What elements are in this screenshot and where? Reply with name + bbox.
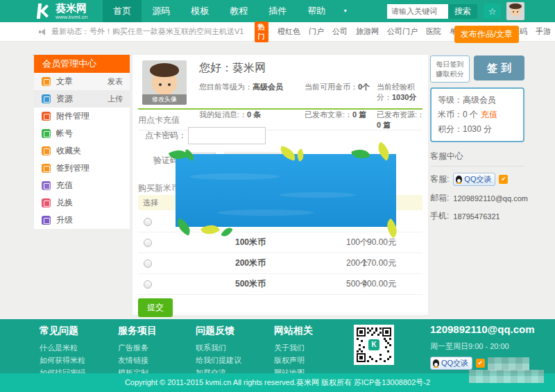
header-search: 搜索 [387, 2, 524, 20]
qq-penguin-icon [433, 359, 439, 367]
sidebar-item-signin[interactable]: 签到管理 [34, 160, 130, 177]
main-nav: 首页 源码 模板 教程 插件 帮助 [103, 0, 355, 22]
sidebar-item-resources[interactable]: 资源 上传 [34, 90, 130, 108]
footer-email: 1209892110@qq.com [430, 323, 535, 335]
sidebar-item-attachments[interactable]: 附件管理 [34, 108, 130, 125]
qr-center-logo [368, 339, 379, 350]
tag-link[interactable]: 公司门户 [387, 26, 418, 37]
sidebar-item-recharge[interactable]: 充值 [34, 177, 130, 194]
buy-row[interactable]: 100米币 100个 90.00元 [138, 232, 422, 253]
signin-button[interactable]: 签到 [474, 56, 524, 80]
stat-level: 您目前等级为：高级会员 [199, 82, 305, 103]
service-phone-row: 手机: 18795476321 [430, 210, 524, 222]
footer-link[interactable]: 联系我们 [196, 341, 241, 354]
article-icon [42, 77, 51, 86]
tag-link[interactable]: 门户 [309, 26, 324, 37]
footer-hours: 周一至周日9:00 - 20:00 [430, 341, 535, 352]
sidebar-item-account[interactable]: 帐号 [34, 125, 130, 142]
exchange-icon [42, 198, 51, 207]
footer-link[interactable]: 友情链接 [118, 354, 157, 366]
stat-coins: 当前可用金币：0个 [305, 82, 377, 103]
footer-col-services: 服务项目 广告服务 友情链接 模板定制 [118, 325, 157, 379]
edit-avatar-overlay[interactable]: 修改头像 [142, 94, 187, 105]
tag-link[interactable]: 手游 [536, 26, 551, 37]
footer-qq-chat-button[interactable]: QQ交谈 [430, 357, 472, 370]
nav-item-templates[interactable]: 模板 [180, 0, 219, 22]
favorites-icon [42, 146, 51, 155]
recharge-link[interactable]: 充值 [481, 110, 497, 119]
sidebar-item-exchange[interactable]: 兑换 [34, 194, 130, 212]
nav-item-source[interactable]: 源码 [142, 0, 180, 22]
nav-item-help[interactable]: 帮助 [297, 0, 336, 22]
footer-link[interactable]: 广告服务 [118, 341, 157, 354]
search-input[interactable] [387, 4, 448, 19]
footer-link[interactable]: 关于我们 [274, 341, 313, 354]
tag-link[interactable]: 公司 [332, 26, 348, 37]
nav-item-plugins[interactable]: 插件 [258, 0, 297, 22]
logo-k-icon [37, 3, 51, 19]
speaker-icon [39, 28, 46, 35]
footer-link[interactable]: 版权声明 [274, 354, 313, 366]
nav-item-tutorials[interactable]: 教程 [219, 0, 258, 22]
nav-more-caret-icon[interactable] [336, 0, 355, 22]
daily-signin-label: 每日签到 赚取积分 [430, 56, 470, 83]
coin-row: 米币：0 个充值 [438, 108, 517, 122]
sidebar-item-articles[interactable]: 文章 发表 [34, 73, 130, 90]
announcement-bar: 最新动态：号外！购买任意一款葵米互联的空间主机送V1 热门 橙红色 门户 公司 … [0, 22, 555, 42]
logo-subtitle: www.kvmi.cn [56, 14, 87, 20]
ad-banner[interactable] [176, 154, 396, 227]
footer-link[interactable]: 如何获得米粒 [40, 354, 85, 366]
profile-avatar[interactable]: 修改头像 [142, 60, 187, 105]
publish-button[interactable]: 发布作品/文章 [454, 26, 519, 43]
qq-chat-button[interactable]: QQ交谈 [453, 173, 495, 186]
qq-penguin-icon [456, 176, 462, 183]
footer-link[interactable]: 给我们提建议 [196, 354, 241, 366]
blurred-watermark [488, 357, 529, 370]
right-sidebar: 每日签到 赚取积分 签到 等级：高级会员 米币：0 个充值 积分：1030 分 … [430, 56, 524, 222]
radio-button[interactable] [144, 280, 152, 289]
stat-points: 当前经验积分：1030分 [377, 82, 425, 103]
upload-resource-link[interactable]: 上传 [108, 94, 123, 104]
tag-link[interactable]: 橙红色 [278, 26, 300, 37]
header-avatar[interactable] [506, 2, 524, 20]
resource-icon [42, 94, 51, 103]
green-divider [138, 108, 422, 110]
tag-link[interactable]: 旅游网 [356, 26, 379, 37]
buy-row[interactable]: 500米币 500个 400.00元 [138, 274, 422, 295]
service-qq-row: 客服: QQ交谈 [430, 173, 524, 186]
verified-badge-icon[interactable] [476, 359, 485, 368]
page-footer: 常见问题 什么是米粒 如何获得米粒 如何找回密码 服务项目 广告服务 友情链接 … [0, 319, 555, 373]
recharge-icon [42, 181, 51, 190]
blurred-watermark [469, 370, 544, 383]
nav-item-home[interactable]: 首页 [103, 0, 142, 22]
search-button[interactable]: 搜索 [448, 4, 477, 19]
account-icon [42, 129, 51, 138]
submit-button[interactable]: 提交 [138, 298, 173, 317]
card-password-input[interactable] [188, 127, 266, 144]
favorite-star-icon[interactable] [484, 3, 501, 19]
sidebar-title: 会员管理中心 [34, 55, 130, 73]
footer-col-site: 网站相关 关于我们 版权声明 网站地图 [274, 325, 313, 379]
site-logo[interactable]: 葵米网 www.kvmi.cn [37, 3, 87, 20]
sidebar-item-favorites[interactable]: 收藏夹 [34, 142, 130, 160]
sidebar-item-upgrade[interactable]: 升级 [34, 212, 130, 229]
radio-button[interactable] [144, 218, 152, 226]
top-navbar: 葵米网 www.kvmi.cn 首页 源码 模板 教程 插件 帮助 搜索 [0, 0, 555, 22]
footer-link[interactable]: 什么是米粒 [40, 341, 85, 354]
service-center-title: 客服中心 [430, 151, 524, 167]
attachment-icon [42, 112, 51, 121]
tag-link[interactable]: 医院 [426, 26, 441, 37]
announcement-text: 最新动态：号外！购买任意一款葵米互联的空间主机送V1 [51, 26, 244, 37]
qr-code [354, 325, 394, 365]
service-email-row: 邮箱: 1209892110@qq.com [430, 192, 524, 204]
footer-col-feedback: 问题反馈 联系我们 给我们提建议 加群交流 [196, 325, 241, 379]
buy-row[interactable]: 200米币 200个 170.00元 [138, 253, 422, 274]
member-sidebar: 会员管理中心 文章 发表 资源 上传 附件管理 帐号 收藏夹 签到管理 充值 兑… [33, 54, 130, 230]
service-phone: 18795476321 [453, 212, 500, 221]
card-password-row: 点卡密码： [133, 127, 266, 144]
publish-article-link[interactable]: 发表 [108, 76, 123, 87]
radio-button[interactable] [144, 259, 152, 268]
verified-badge-icon[interactable] [499, 175, 508, 184]
radio-button[interactable] [144, 239, 152, 247]
points-row: 积分：1030 分 [438, 122, 517, 137]
